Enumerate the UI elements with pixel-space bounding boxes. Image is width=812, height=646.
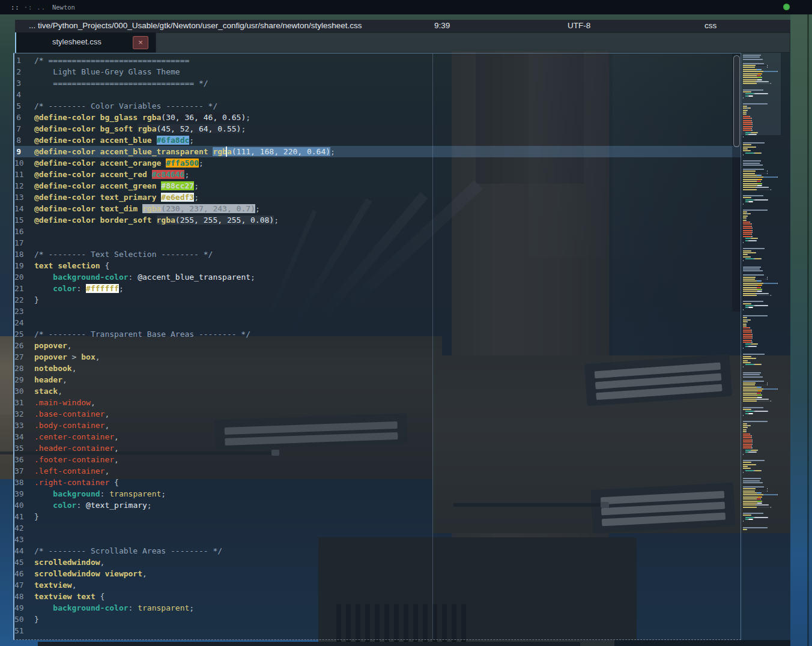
window-titlebar: :: ·: .. Newton (0, 0, 812, 14)
code-line: 3 ============================== */ (14, 77, 741, 89)
line-number: 11 (14, 169, 34, 180)
wallpaper-right-strip (790, 0, 812, 646)
line-number: 27 (14, 351, 34, 363)
code-line: 39 background: transparent; (14, 488, 741, 500)
code-line: 19text selection { (14, 260, 741, 271)
code-line: 50} (14, 614, 741, 625)
code-line: 1/* ============================== (14, 55, 741, 66)
line-number: 2 (14, 66, 34, 77)
line-number: 47 (14, 579, 34, 591)
code-line: 43 (14, 534, 741, 545)
line-number: 17 (14, 237, 34, 249)
code-line: 12@define-color accent_green #88cc27; (14, 180, 741, 192)
code-line: 46scrolledwindow viewport, (14, 568, 741, 579)
line-number: 40 (14, 500, 34, 511)
wallpaper-bottom-bar (38, 642, 580, 646)
tab-stylesheet-css[interactable]: stylesheet.css × (16, 32, 156, 53)
line-number: 48 (14, 591, 34, 602)
line-number: 1 (14, 55, 34, 66)
workspace-tag-icon[interactable]: ·: (24, 4, 33, 11)
line-number: 26 (14, 340, 34, 351)
line-number: 29 (14, 374, 34, 385)
tab-bar: stylesheet.css × (15, 32, 790, 53)
code-line: 24 (14, 317, 741, 328)
line-number: 28 (14, 363, 34, 374)
line-number: 32 (14, 408, 34, 420)
code-text-area[interactable]: 1/* ==============================2 Ligh… (14, 55, 741, 640)
line-number: 21 (14, 283, 34, 294)
code-line: 29header, (14, 374, 741, 385)
line-number: 34 (14, 431, 34, 442)
code-line: 22} (14, 294, 741, 306)
code-line: 27popover > box, (14, 351, 741, 363)
code-line: 40 color: @text_primary; (14, 500, 741, 511)
line-number: 10 (14, 157, 34, 169)
line-number: 18 (14, 249, 34, 260)
code-line: 34.center-container, (14, 431, 741, 442)
code-line: 6@define-color bg_glass rgba(30, 36, 46,… (14, 112, 741, 123)
code-line: 16 (14, 226, 741, 237)
code-line: 33.body-container, (14, 420, 741, 431)
code-line: 51 (14, 625, 741, 636)
code-line: 36.footer-container, (14, 454, 741, 465)
line-number: 52 (14, 636, 34, 640)
screen: :: ·: .. Newton ... tive/Python_Projects… (0, 0, 812, 646)
line-number: 13 (14, 192, 34, 203)
status-bar: ... tive/Python_Projects/000_Usable/gtk/… (15, 20, 790, 32)
vertical-scrollbar-thumb[interactable] (733, 55, 740, 147)
status-dot-icon (783, 4, 790, 10)
line-number: 44 (14, 545, 34, 557)
line-number: 36 (14, 454, 34, 465)
line-number: 24 (14, 317, 34, 328)
line-number: 23 (14, 306, 34, 317)
code-line: 17 (14, 237, 741, 249)
code-line: 32.base-container, (14, 408, 741, 420)
line-number: 15 (14, 214, 34, 226)
code-line: 23 (14, 306, 741, 317)
line-number: 50 (14, 614, 34, 625)
code-line: 13@define-color text_primary #e6edf3; (14, 192, 741, 203)
code-line: 37.left-container, (14, 465, 741, 477)
line-number: 43 (14, 534, 34, 545)
line-number: 37 (14, 465, 34, 477)
code-line: 14@define-color text_dim rgba(230, 237, … (14, 203, 741, 214)
workspace-tag-icon[interactable]: .. (37, 4, 46, 11)
line-number: 9 (14, 146, 34, 157)
line-number: 39 (14, 488, 34, 500)
code-line: 48textview text { (14, 591, 741, 602)
text-caret (226, 146, 227, 157)
code-line: 7@define-color bg_soft rgba(45, 52, 64, … (14, 123, 741, 134)
line-number: 31 (14, 397, 34, 408)
encoding-label: UTF-8 (568, 21, 590, 30)
line-number: 6 (14, 112, 34, 123)
minimap[interactable] (743, 55, 779, 535)
code-line: 18/* -------- Text Selection -------- */ (14, 249, 741, 260)
code-line: 45scrolledwindow, (14, 557, 741, 568)
code-line: 4 (14, 89, 741, 100)
line-number: 14 (14, 203, 34, 214)
code-editor[interactable]: 1/* ==============================2 Ligh… (13, 53, 741, 640)
workspace-tag-icon[interactable]: :: (11, 4, 20, 11)
close-icon[interactable]: × (133, 36, 148, 49)
window-title: Newton (52, 4, 75, 11)
code-line: 9@define-color accent_blue_transparent r… (14, 146, 741, 157)
code-line: 5/* -------- Color Variables -------- */ (14, 100, 741, 112)
line-number: 49 (14, 602, 34, 614)
code-line: 41} (14, 511, 741, 522)
code-line: 30stack, (14, 385, 741, 397)
line-number: 51 (14, 625, 34, 636)
line-number: 3 (14, 77, 34, 89)
line-number: 38 (14, 477, 34, 488)
code-line: 38.right-container { (14, 477, 741, 488)
line-number: 4 (14, 89, 34, 100)
line-number: 19 (14, 260, 34, 271)
line-number: 42 (14, 522, 34, 534)
line-number: 46 (14, 568, 34, 579)
tab-bar-empty-area (156, 32, 790, 53)
code-line: 49 background-color: transparent; (14, 602, 741, 614)
workspace-indicators: :: ·: .. (11, 4, 46, 11)
line-number: 22 (14, 294, 34, 306)
line-number: 30 (14, 385, 34, 397)
wallpaper-bottom-dark (614, 640, 790, 646)
code-line: 8@define-color accent_blue #6fa8dc; (14, 134, 741, 146)
